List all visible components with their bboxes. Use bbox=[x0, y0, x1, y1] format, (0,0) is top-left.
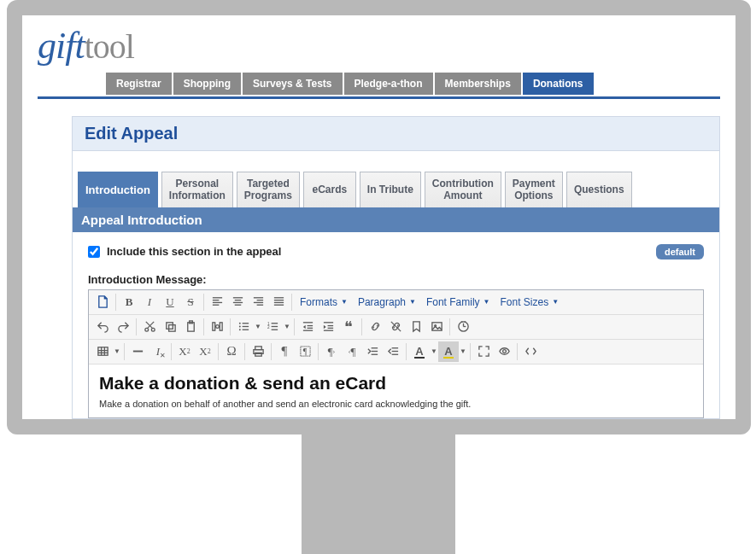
svg-point-27 bbox=[238, 323, 240, 324]
align-left-icon[interactable] bbox=[207, 292, 227, 312]
default-button[interactable]: default bbox=[656, 244, 704, 260]
tab-questions[interactable]: Questions bbox=[566, 172, 632, 207]
separator bbox=[218, 343, 219, 360]
italic-icon[interactable]: I bbox=[139, 292, 160, 312]
table-caret[interactable]: ▼ bbox=[113, 341, 121, 362]
nav-shopping[interactable]: Shopping bbox=[173, 73, 241, 95]
decrease-indent-icon[interactable] bbox=[383, 341, 403, 362]
print-icon[interactable] bbox=[248, 341, 268, 362]
blockquote-icon[interactable]: ❝ bbox=[338, 317, 359, 337]
paragraph-dropdown[interactable]: Paragraph▼ bbox=[353, 294, 421, 311]
background-color-icon[interactable]: A bbox=[438, 341, 459, 362]
numbered-list-caret[interactable]: ▼ bbox=[283, 317, 291, 337]
toolbar-row-1: B I U S Formats▼ Paragraph▼ bbox=[89, 290, 703, 315]
subscript-icon[interactable]: X2 bbox=[174, 341, 195, 362]
editor-heading: Make a donation & send an eCard bbox=[99, 373, 693, 394]
svg-rect-24 bbox=[212, 323, 214, 330]
show-blocks-icon[interactable]: ¶ bbox=[295, 341, 315, 362]
nav-pledge-a-thon[interactable]: Pledge-a-thon bbox=[344, 73, 433, 95]
indent-icon[interactable] bbox=[318, 317, 338, 337]
include-section-row[interactable]: Include this section in the appeal bbox=[88, 245, 281, 258]
preview-icon[interactable] bbox=[494, 341, 514, 362]
align-center-icon[interactable] bbox=[227, 292, 248, 312]
image-icon[interactable] bbox=[426, 317, 447, 337]
include-section-checkbox[interactable] bbox=[88, 246, 100, 258]
cut-icon[interactable] bbox=[139, 317, 160, 337]
svg-rect-47 bbox=[431, 323, 441, 330]
increase-indent-icon[interactable] bbox=[362, 341, 383, 362]
formats-dropdown[interactable]: Formats▼ bbox=[295, 294, 353, 311]
redo-icon[interactable] bbox=[113, 317, 133, 337]
align-right-icon[interactable] bbox=[248, 292, 268, 312]
separator bbox=[124, 343, 125, 360]
separator bbox=[406, 343, 407, 360]
appeal-tabs: Introduction Personal Information Target… bbox=[73, 151, 719, 207]
separator bbox=[203, 294, 204, 311]
strikethrough-icon[interactable]: S bbox=[180, 292, 201, 312]
bullet-list-caret[interactable]: ▼ bbox=[254, 317, 262, 337]
nav-registrar[interactable]: Registrar bbox=[106, 73, 172, 95]
anchor-icon[interactable] bbox=[406, 317, 426, 337]
paste-icon[interactable] bbox=[180, 317, 201, 337]
tab-introduction[interactable]: Introduction bbox=[78, 172, 158, 207]
caret-down-icon: ▼ bbox=[341, 298, 348, 306]
clear-formatting-icon[interactable]: I✕ bbox=[148, 341, 168, 362]
undo-icon[interactable] bbox=[92, 317, 113, 337]
nav-donations[interactable]: Donations bbox=[523, 73, 594, 95]
tab-in-tribute[interactable]: In Tribute bbox=[360, 172, 421, 207]
separator bbox=[470, 343, 471, 360]
ltr-icon[interactable]: ¶› bbox=[321, 341, 342, 362]
caret-down-icon: ▼ bbox=[483, 298, 490, 306]
tab-payment-options[interactable]: Payment Options bbox=[505, 172, 563, 207]
svg-point-70 bbox=[502, 350, 506, 353]
tab-contribution-amount[interactable]: Contribution Amount bbox=[425, 172, 501, 207]
outdent-icon[interactable] bbox=[297, 317, 318, 337]
intro-message-label: Introduction Message: bbox=[88, 273, 704, 286]
nav-surveys-tests[interactable]: Surveys & Tests bbox=[243, 73, 343, 95]
align-justify-icon[interactable] bbox=[268, 292, 289, 312]
caret-down-icon: ▼ bbox=[409, 298, 416, 306]
copy-icon[interactable] bbox=[160, 317, 180, 337]
insert-datetime-icon[interactable] bbox=[453, 317, 473, 337]
separator bbox=[230, 318, 231, 335]
new-document-icon[interactable] bbox=[92, 292, 113, 312]
find-replace-icon[interactable] bbox=[207, 317, 227, 337]
editor-body: Make a donation on behalf of another and… bbox=[99, 399, 693, 409]
caret-down-icon: ▼ bbox=[552, 298, 559, 306]
show-invisible-icon[interactable]: ¶ bbox=[274, 341, 295, 362]
separator bbox=[171, 343, 172, 360]
background-color-caret[interactable]: ▼ bbox=[459, 341, 467, 362]
text-color-caret[interactable]: ▼ bbox=[430, 341, 438, 362]
tab-ecards[interactable]: eCards bbox=[303, 172, 356, 207]
font-family-dropdown[interactable]: Font Family▼ bbox=[421, 294, 495, 311]
table-icon[interactable] bbox=[92, 341, 113, 362]
rtl-icon[interactable]: ‹¶ bbox=[342, 341, 362, 362]
tab-personal-information[interactable]: Personal Information bbox=[161, 172, 233, 207]
font-sizes-dropdown[interactable]: Font Sizes▼ bbox=[495, 294, 565, 311]
nav-memberships[interactable]: Memberships bbox=[435, 73, 521, 95]
panel-title: Edit Appeal bbox=[73, 117, 719, 151]
fullscreen-icon[interactable] bbox=[473, 341, 494, 362]
app-logo: gifttool bbox=[38, 24, 720, 67]
svg-rect-25 bbox=[220, 323, 222, 330]
edit-appeal-panel: Edit Appeal Introduction Personal Inform… bbox=[72, 116, 720, 419]
superscript-icon[interactable]: X2 bbox=[195, 341, 215, 362]
separator bbox=[203, 318, 204, 335]
source-code-icon[interactable] bbox=[520, 341, 541, 362]
editor-content-area[interactable]: Make a donation & send an eCard Make a d… bbox=[89, 364, 703, 417]
underline-icon[interactable]: U bbox=[160, 292, 180, 312]
svg-rect-20 bbox=[166, 323, 173, 329]
svg-point-29 bbox=[238, 329, 240, 331]
link-icon[interactable] bbox=[365, 317, 385, 337]
logo-left: gift bbox=[38, 25, 85, 67]
unlink-icon[interactable] bbox=[385, 317, 406, 337]
bold-icon[interactable]: B bbox=[119, 292, 139, 312]
horizontal-rule-icon[interactable] bbox=[127, 341, 148, 362]
tab-targeted-programs[interactable]: Targeted Programs bbox=[237, 172, 300, 207]
numbered-list-icon[interactable]: 12 bbox=[262, 317, 283, 337]
separator bbox=[244, 343, 245, 360]
separator bbox=[449, 318, 450, 335]
bullet-list-icon[interactable] bbox=[233, 317, 254, 337]
text-color-icon[interactable]: A bbox=[409, 341, 430, 362]
special-character-icon[interactable]: Ω bbox=[221, 341, 242, 362]
